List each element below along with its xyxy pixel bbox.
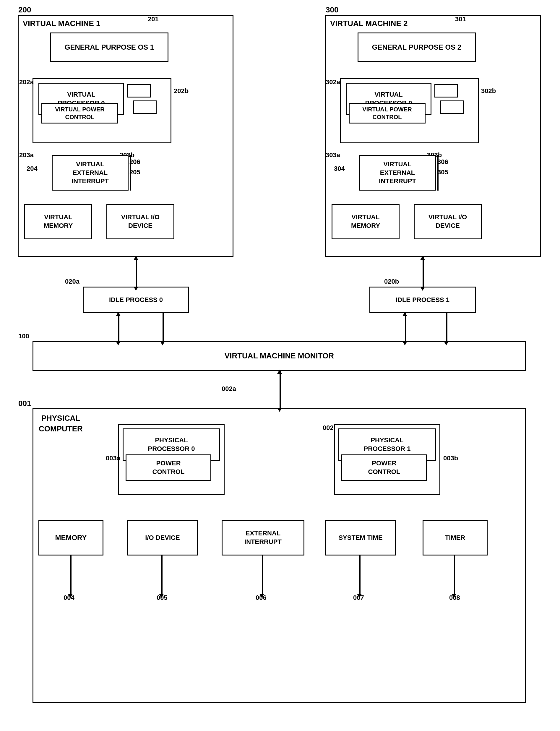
idle1-id-label: 020b — [384, 278, 399, 285]
pc0-id-label: 003a — [106, 454, 120, 462]
vio2-label: VIRTUAL I/ODEVICE — [428, 213, 467, 230]
vm2-box-id: 301 — [455, 15, 466, 23]
gpos1-label: GENERAL PURPOSE OS 1 — [65, 43, 154, 52]
idle1-label: IDLE PROCESS 1 — [396, 296, 449, 304]
n306-label: 306 — [437, 158, 448, 166]
vio2-box: VIRTUAL I/ODEVICE — [414, 204, 482, 239]
vp0-vm1-label-b: 202b — [174, 87, 189, 95]
phys-label: PHYSICALCOMPUTER — [39, 413, 83, 434]
vmem1-box: VIRTUALMEMORY — [24, 204, 92, 239]
vmem1-label: VIRTUALMEMORY — [44, 213, 73, 230]
vm2-id-label: 300 — [326, 5, 338, 14]
vio1-label: VIRTUAL I/ODEVICE — [121, 213, 160, 230]
gpos1-box: GENERAL PURPOSE OS 1 — [50, 33, 168, 62]
system-time-label: SYSTEM TIME — [338, 534, 382, 542]
n305-label: 305 — [437, 168, 448, 176]
vm1-title: VIRTUAL MACHINE 1 — [23, 19, 100, 29]
pc0-label: POWERCONTROL — [152, 459, 185, 476]
system-time-box: SYSTEM TIME — [325, 520, 396, 555]
vei-vm2-label-a: 303a — [326, 151, 340, 159]
vpow-vm2-label: VIRTUAL POWERCONTROL — [362, 105, 412, 121]
vei-vm2: VIRTUALEXTERNALINTERRUPT — [359, 155, 436, 191]
vm2-title: VIRTUAL MACHINE 2 — [330, 19, 408, 29]
pc1-box: POWERCONTROL — [341, 454, 427, 481]
pp1-label: PHYSICALPROCESSOR 1 — [364, 436, 411, 453]
timer-box: TIMER — [423, 520, 488, 555]
vmm-box: VIRTUAL MACHINE MONITOR — [33, 341, 526, 371]
memory-box: MEMORY — [38, 520, 103, 555]
idle0-label: IDLE PROCESS 0 — [109, 296, 163, 304]
ei-label: EXTERNALINTERRUPT — [244, 529, 282, 546]
n304-label: 304 — [334, 165, 345, 173]
n204-label: 204 — [27, 165, 38, 173]
io-label: I/O DEVICE — [145, 534, 180, 542]
vp0-reg1-vm1 — [127, 84, 151, 98]
io-box: I/O DEVICE — [127, 520, 198, 555]
vp0-reg2-vm1 — [133, 100, 157, 114]
gpos2-label: GENERAL PURPOSE OS 2 — [372, 43, 461, 52]
ei-box: EXTERNALINTERRUPT — [222, 520, 304, 555]
vp0-vm2-label-b: 302b — [481, 87, 496, 95]
pp0-label: PHYSICALPROCESSOR 0 — [148, 436, 195, 453]
vmm-label: VIRTUAL MACHINE MONITOR — [225, 351, 334, 361]
vmem2-box: VIRTUALMEMORY — [332, 204, 400, 239]
phys-conn-label-a: 002a — [222, 385, 236, 393]
vpow-vm1-label: VIRTUAL POWERCONTROL — [55, 105, 104, 121]
vei-vm1-label-a: 203a — [19, 151, 34, 159]
timer-label: TIMER — [445, 534, 465, 542]
gpos2-box: GENERAL PURPOSE OS 2 — [358, 33, 476, 62]
vp0-vm2-label-a: 302a — [326, 78, 340, 86]
vei-vm1-label: VIRTUALEXTERNALINTERRUPT — [72, 160, 109, 186]
vm1-box-id: 201 — [148, 15, 159, 23]
vpow-vm2: VIRTUAL POWERCONTROL — [349, 103, 426, 124]
vio1-box: VIRTUAL I/ODEVICE — [106, 204, 174, 239]
diagram: VIRTUAL MACHINE 1 200 201 GENERAL PURPOS… — [0, 0, 560, 731]
idle0-id-label: 020a — [65, 278, 79, 285]
vp0-reg2-vm2 — [440, 100, 464, 114]
vei-vm2-label: VIRTUALEXTERNALINTERRUPT — [379, 160, 416, 186]
vmem2-label: VIRTUALMEMORY — [351, 213, 380, 230]
memory-label: MEMORY — [55, 533, 87, 542]
vpow-vm1: VIRTUAL POWERCONTROL — [41, 103, 118, 124]
vmm-id-label: 100 — [18, 332, 29, 340]
phys-id-label: 001 — [18, 399, 31, 408]
vm1-id-label: 200 — [18, 5, 31, 14]
vei-vm1: VIRTUALEXTERNALINTERRUPT — [52, 155, 129, 191]
pc0-box: POWERCONTROL — [126, 454, 211, 481]
phys-container: PHYSICALCOMPUTER — [33, 408, 526, 703]
pc1-id-label: 003b — [443, 454, 458, 462]
vp0-vm1-label-a: 202a — [19, 78, 34, 86]
pc1-label: POWERCONTROL — [368, 459, 400, 476]
vp0-reg1-vm2 — [434, 84, 458, 98]
